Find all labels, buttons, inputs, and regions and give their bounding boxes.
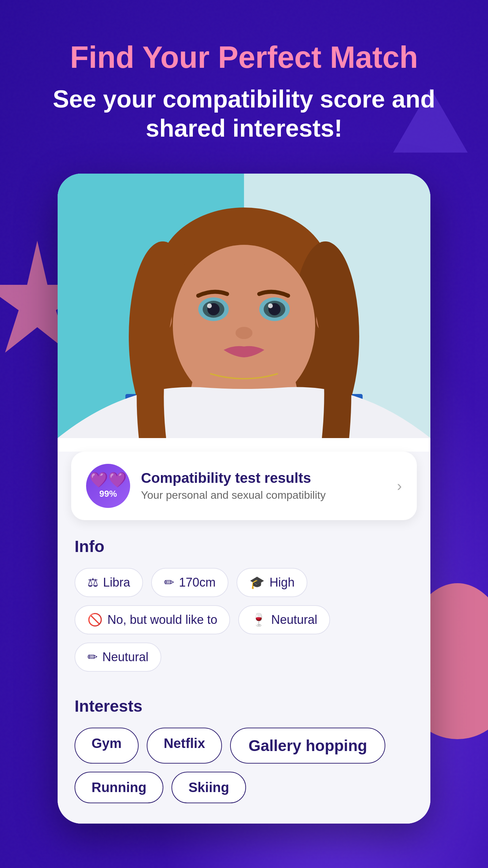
tag-smoke-label: Neutural	[102, 650, 148, 664]
hearts-icon: 💜💜	[89, 472, 127, 487]
tag-education: 🎓 High	[237, 568, 307, 597]
drink-icon: 🍷	[251, 613, 266, 627]
tag-education-label: High	[269, 575, 294, 590]
height-icon: ✏	[164, 575, 174, 590]
interest-tags: Gym Netflix Gallery hopping Running Skii…	[75, 728, 413, 803]
profile-photo	[58, 174, 430, 438]
interests-section-label: Interests	[75, 697, 413, 715]
interest-gallery: Gallery hopping	[230, 728, 385, 764]
interest-netflix: Netflix	[147, 728, 222, 764]
compatibility-banner[interactable]: 💜💜 99% Compatibility test results Your p…	[71, 452, 417, 520]
info-tags-row-1: ⚖ Libra ✏ 170cm 🎓 High	[75, 568, 413, 597]
education-icon: 🎓	[249, 575, 265, 590]
compat-icon: 💜💜 99%	[86, 464, 130, 508]
phone-card: 💜💜 99% Compatibility test results Your p…	[58, 174, 430, 824]
svg-point-11	[173, 245, 315, 408]
tag-drink-label: Neutural	[271, 613, 317, 627]
page-subtitle: See your compatibility score and shared …	[0, 84, 488, 143]
tag-kids: 🚫 No, but would like to	[75, 605, 230, 634]
svg-point-19	[268, 303, 273, 308]
compat-percent: 99%	[99, 489, 117, 499]
compat-title: Compatibility test results	[141, 470, 386, 486]
compat-text: Compatibility test results Your personal…	[141, 470, 386, 501]
tag-libra-label: Libra	[103, 575, 130, 590]
page-title: Find Your Perfect Match	[70, 41, 418, 74]
libra-icon: ⚖	[87, 575, 98, 590]
compat-subtitle: Your personal and sexual compatibility	[141, 489, 386, 501]
tag-kids-label: No, but would like to	[107, 613, 217, 627]
tag-smoke: ✏ Neutural	[75, 643, 161, 672]
card-content: 💜💜 99% Compatibility test results Your p…	[58, 452, 430, 824]
info-section: Info ⚖ Libra ✏ 170cm 🎓 High	[58, 520, 430, 690]
smoke-icon: ✏	[87, 650, 98, 664]
interests-section: Interests Gym Netflix Gallery hopping Ru…	[58, 690, 430, 824]
info-tags-row-3: ✏ Neutural	[75, 643, 413, 672]
tag-height: ✏ 170cm	[151, 568, 228, 597]
interest-gym: Gym	[75, 728, 139, 764]
tag-libra: ⚖ Libra	[75, 568, 143, 597]
interest-skiing: Skiing	[171, 772, 246, 803]
info-tags-row-2: 🚫 No, but would like to 🍷 Neutural	[75, 605, 413, 634]
kids-icon: 🚫	[87, 613, 103, 627]
info-section-label: Info	[75, 537, 413, 556]
svg-point-20	[236, 327, 252, 339]
compat-arrow-icon: ›	[397, 477, 402, 494]
tag-height-label: 170cm	[179, 575, 216, 590]
interest-running: Running	[75, 772, 163, 803]
tag-drink: 🍷 Neutural	[238, 605, 330, 634]
svg-point-18	[207, 303, 212, 308]
